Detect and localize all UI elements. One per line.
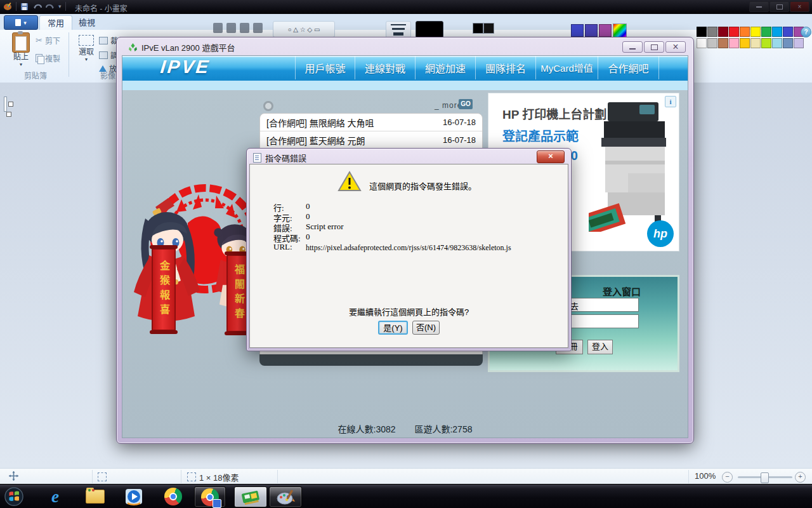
paint-app-icon <box>3 2 12 11</box>
nav-item-game-boost[interactable]: 網遊加速 <box>415 56 475 79</box>
palette-color[interactable] <box>783 27 793 37</box>
resize-icon <box>99 51 108 59</box>
scissors-icon: ✂ <box>36 36 43 45</box>
app-leaf-icon <box>128 43 138 52</box>
palette-color[interactable] <box>729 27 739 37</box>
resize-button[interactable]: 調 <box>99 50 118 60</box>
select-rectangle-icon <box>79 35 94 46</box>
media-player-icon[interactable] <box>124 487 143 506</box>
online-statistics: 在線人數:3082 區遊人數:2758 <box>122 422 688 435</box>
nav-items: 用戶帳號 連線對戰 網遊加速 團隊排名 MyCard增值 合作網吧 <box>295 56 659 79</box>
palette-color[interactable] <box>772 38 782 48</box>
chrome-profile-taskbar-button[interactable] <box>194 486 226 507</box>
line-thin-icon <box>391 24 406 25</box>
canvas-resize-handle[interactable] <box>8 102 13 107</box>
taskbar: e <box>0 484 812 508</box>
edit-colors-button[interactable] <box>613 23 627 37</box>
copy-button[interactable]: 複製 <box>36 53 60 64</box>
divider <box>92 470 93 483</box>
nav-item-online-battle[interactable]: 連線對戰 <box>355 56 415 79</box>
palette-color[interactable] <box>794 38 804 48</box>
eraser-tool-icon[interactable] <box>253 23 263 33</box>
palette-color[interactable] <box>772 27 782 37</box>
window-minimize-button[interactable] <box>622 41 643 53</box>
palette-color[interactable] <box>761 38 771 48</box>
palette-color[interactable] <box>783 38 793 48</box>
dialog-body: 這個網頁的指令碼發生錯誤。 行: 0 字元: 0 錯誤: Script erro… <box>249 164 568 348</box>
window-close-button[interactable]: × <box>665 41 686 53</box>
undo-icon[interactable] <box>33 2 42 11</box>
pencil-tool-icon[interactable] <box>213 23 223 33</box>
ipve-app-taskbar-button[interactable] <box>234 486 267 507</box>
divider <box>277 470 278 483</box>
shapes-gallery[interactable]: ○ △ ☆ ◇ ▭ <box>273 21 335 37</box>
canvas-size-icon <box>187 472 196 481</box>
select-button[interactable]: 選取 ▾ <box>72 32 100 73</box>
yes-button[interactable]: 是(Y) <box>378 321 408 335</box>
paint-canvas[interactable] <box>4 97 7 112</box>
palette-color[interactable] <box>740 27 750 37</box>
foreground-color-swatch[interactable] <box>473 23 483 34</box>
dialog-close-button[interactable]: × <box>537 150 565 163</box>
size-button[interactable] <box>386 21 411 38</box>
qat-dropdown-icon[interactable]: ▾ <box>58 3 62 10</box>
paint-maximize-button[interactable] <box>769 1 789 12</box>
palette-color[interactable] <box>718 38 728 48</box>
go-button[interactable]: GO <box>459 99 473 109</box>
save-button[interactable] <box>20 2 29 11</box>
zoom-out-button[interactable]: − <box>722 472 733 483</box>
palette-color-indigo[interactable] <box>585 24 598 37</box>
game-window-titlebar[interactable]: IPvE vLan 2900 遊戲平台 <box>128 41 235 53</box>
news-item[interactable]: [合作網吧] 藍天網絡 元朗 16-07-18 <box>260 131 482 149</box>
zoom-slider-thumb[interactable] <box>761 472 769 483</box>
palette-color[interactable] <box>707 38 717 48</box>
ipve-logo: IPVE <box>159 57 211 77</box>
chrome-icon[interactable] <box>164 487 183 506</box>
news-item[interactable]: [合作網吧] 無限網絡 大角咀 16-07-18 <box>260 114 482 131</box>
help-icon[interactable]: ? <box>801 27 811 37</box>
palette-color[interactable] <box>750 38 761 48</box>
nav-item-team-ranking[interactable]: 團隊排名 <box>475 56 535 79</box>
dialog-titlebar[interactable]: 指令碼錯誤 <box>253 152 306 164</box>
nav-item-user-account[interactable]: 用戶帳號 <box>295 56 355 79</box>
color1-swatch[interactable] <box>416 21 443 38</box>
nav-item-partner-cafe[interactable]: 合作網吧 <box>598 56 659 79</box>
palette-color[interactable] <box>718 27 728 37</box>
palette-color[interactable] <box>697 38 707 48</box>
paint-minimize-button[interactable] <box>749 1 769 12</box>
zoom-level-value: 100% <box>695 471 716 481</box>
login-button[interactable]: 登入 <box>587 340 613 354</box>
window-maximize-button[interactable] <box>644 41 664 53</box>
cut-button[interactable]: ✂ 剪下 <box>36 35 60 46</box>
palette-color[interactable] <box>750 27 761 37</box>
palette-color[interactable] <box>697 27 707 37</box>
background-color-swatch[interactable] <box>483 23 494 34</box>
palette-color-purple[interactable] <box>599 24 612 37</box>
start-button[interactable] <box>4 487 23 506</box>
text-tool-icon[interactable] <box>240 23 249 33</box>
fill-tool-icon[interactable] <box>226 23 236 33</box>
no-button[interactable]: 否(N) <box>412 321 440 335</box>
palette-color-blue[interactable] <box>571 24 584 37</box>
nav-item-mycard-topup[interactable]: MyCard增值 <box>535 56 598 79</box>
divider <box>65 2 66 11</box>
redo-icon[interactable] <box>46 2 55 11</box>
palette-color[interactable] <box>707 27 717 37</box>
canvas-corner-handle[interactable] <box>6 112 11 117</box>
paint-menu-button[interactable]: ▾ <box>4 15 38 30</box>
paste-button[interactable]: 貼上 ▾ <box>8 32 34 73</box>
divider <box>69 32 69 77</box>
paint-close-button[interactable]: × <box>790 1 809 12</box>
tab-view[interactable]: 檢視 <box>71 15 103 30</box>
palette-color[interactable] <box>729 38 739 48</box>
tab-home[interactable]: 常用 <box>39 15 72 30</box>
palette-color[interactable] <box>740 38 750 48</box>
internet-explorer-icon[interactable]: e <box>46 487 65 506</box>
paste-label: 貼上 <box>8 53 34 62</box>
palette-color[interactable] <box>761 27 771 37</box>
desktop: ▾ 未命名 - 小畫家 × ▾ 常用 檢視 貼上 ▾ ✂ 剪下 複製 <box>0 0 812 508</box>
dialog-title: 指令碼錯誤 <box>265 152 306 164</box>
zoom-in-button[interactable]: + <box>795 472 806 483</box>
paint-taskbar-button[interactable] <box>269 486 302 507</box>
file-explorer-icon[interactable] <box>86 487 105 506</box>
